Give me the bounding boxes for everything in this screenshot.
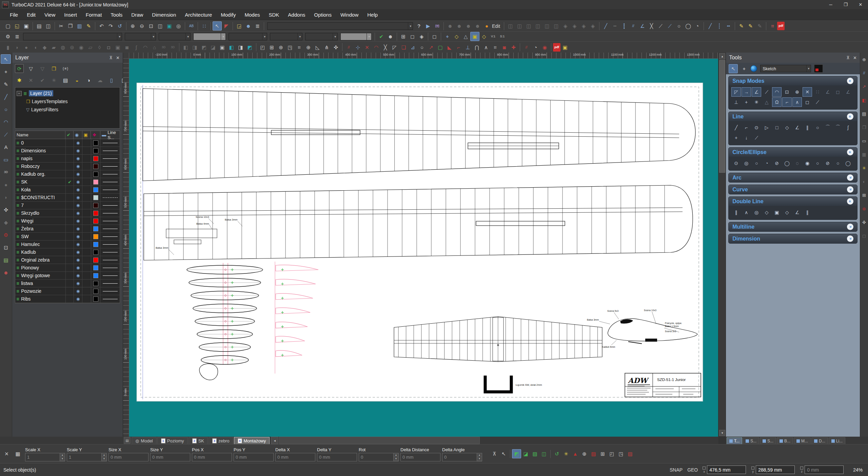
view-cube-2-icon[interactable]: ◫: [515, 21, 524, 31]
layer-linestyle-cell[interactable]: [100, 155, 120, 162]
layer-linestyle-cell[interactable]: [100, 170, 120, 178]
layer-lock-cell[interactable]: [82, 241, 91, 248]
layer-linestyle-cell[interactable]: [100, 295, 120, 303]
modify-stretch-icon[interactable]: ↗: [427, 43, 436, 52]
modify-node-icon[interactable]: ⊹: [353, 43, 362, 52]
layer-row[interactable]: ≣Orginal zebra◉: [15, 256, 120, 264]
spinner[interactable]: ▲▼: [393, 453, 398, 461]
grid-c-icon[interactable]: ◳: [616, 449, 626, 458]
tool-icon[interactable]: ◇: [782, 208, 792, 217]
section-header[interactable]: Multiline«: [729, 222, 857, 231]
layer-linestyle-cell[interactable]: [100, 256, 120, 264]
tab-scroll-left-icon[interactable]: ◂: [271, 437, 278, 444]
no-hatch-icon[interactable]: ▨: [626, 449, 635, 458]
view-cube-9-icon[interactable]: ◈: [579, 21, 588, 31]
vertical-ruler[interactable]: 800 mm700 mm600 mm500 mm400 mm300 mm200 …: [123, 58, 129, 437]
layer-color-cell[interactable]: [91, 272, 100, 279]
chevron-down-icon[interactable]: ▾: [262, 33, 267, 40]
workplane-facet-icon[interactable]: ◇: [452, 32, 461, 41]
column-lock-icon[interactable]: ▣: [82, 131, 91, 139]
layer-color-swatch[interactable]: [93, 218, 98, 224]
refresh-icon[interactable]: ⟳: [15, 64, 24, 73]
layer-linestyle-cell[interactable]: [100, 248, 120, 256]
layer-row[interactable]: ≣Koła◉: [15, 186, 120, 194]
lock-icon[interactable]: ⊼: [490, 449, 499, 458]
layer-linestyle-cell[interactable]: [100, 209, 120, 217]
layer-check-cell[interactable]: [66, 147, 74, 154]
grid-toggle-icon[interactable]: ⌗: [768, 21, 777, 31]
erase-icon[interactable]: ◤: [222, 21, 231, 31]
layer-check-cell[interactable]: [66, 139, 74, 147]
tool-icon[interactable]: ↓: [742, 133, 751, 142]
spin-up-icon[interactable]: ▲: [102, 453, 106, 457]
layer-lock-cell[interactable]: [82, 139, 91, 147]
brush-combobox[interactable]: ▾: [229, 33, 267, 40]
assemble-5-icon[interactable]: ⌗: [295, 43, 304, 52]
spin-up-icon[interactable]: ▲: [60, 453, 65, 457]
tool-icon[interactable]: ⟋: [762, 87, 771, 97]
drawing-area[interactable]: Sosna 10x3 Balsa 3mm Balsa 4mm Balsa 3mm: [123, 53, 718, 437]
layer-check-cell[interactable]: [66, 170, 74, 178]
tool-icon[interactable]: ◠: [772, 87, 782, 97]
solid-1-icon[interactable]: ▣: [113, 43, 122, 52]
layer-lock-cell[interactable]: [82, 264, 91, 271]
layer-visible-icon[interactable]: ◉: [74, 280, 83, 287]
workplane-by-entity-icon[interactable]: ▣: [470, 32, 479, 41]
cylinder-icon[interactable]: ●: [22, 43, 31, 52]
calculator-icon[interactable]: ▦: [13, 449, 22, 458]
pen-pattern-combobox[interactable]: ▾: [193, 33, 226, 40]
open-symbol-icon[interactable]: ◲: [235, 21, 244, 31]
layer-lock-cell[interactable]: [82, 209, 91, 217]
spin-down-icon[interactable]: ▼: [60, 457, 65, 461]
menu-modes[interactable]: Modes: [240, 12, 264, 18]
view-cube-3-icon[interactable]: ◫: [524, 21, 533, 31]
layer-visible-icon[interactable]: ◉: [74, 272, 83, 279]
stretch-arrow-icon[interactable]: ↗: [860, 82, 868, 91]
tool-icon[interactable]: ∠: [752, 87, 761, 97]
view-cube-5-icon[interactable]: ◫: [542, 21, 552, 31]
parallel-lines-icon[interactable]: //: [860, 69, 868, 77]
window-frame-icon[interactable]: ▭: [860, 137, 868, 145]
x-coord-field[interactable]: 476,5 mm: [707, 465, 746, 474]
tool-icon[interactable]: ◔: [762, 158, 771, 168]
close-button[interactable]: ✕: [853, 0, 868, 9]
zoom-in-icon[interactable]: ⊕: [128, 21, 137, 31]
layer-color-swatch[interactable]: [93, 234, 98, 239]
spinner[interactable]: ▲▼: [101, 453, 106, 461]
chevron-down-icon[interactable]: ▾: [297, 33, 302, 40]
tool-icon[interactable]: ⌒: [823, 123, 832, 132]
layer-lock-cell[interactable]: [82, 272, 91, 279]
field-input[interactable]: 1▲▼: [67, 453, 107, 461]
layer-name[interactable]: ≣$CONSTRUCTI: [15, 194, 66, 201]
paste-icon[interactable]: ▥: [75, 21, 84, 31]
zoom-full-view-icon[interactable]: ▣: [165, 21, 174, 31]
layer-check-cell[interactable]: [66, 295, 74, 303]
layer-visible-icon[interactable]: ◉: [74, 217, 83, 225]
clipboard-icon[interactable]: ▤: [860, 110, 868, 118]
account-3-icon[interactable]: ☻: [464, 21, 473, 31]
facet-edit-icon[interactable]: ▣: [218, 43, 227, 52]
spin-down-icon[interactable]: ▼: [477, 457, 482, 461]
solid-3-icon[interactable]: ∫: [132, 43, 141, 52]
layer-check-cell[interactable]: [66, 155, 74, 162]
column-name[interactable]: Name: [15, 131, 65, 139]
layer-check-cell[interactable]: [66, 272, 74, 279]
layer-visible-icon[interactable]: ◉: [74, 139, 83, 147]
publish-pdf-icon[interactable]: pdf: [777, 22, 785, 30]
layer-name[interactable]: ≣napis: [15, 155, 66, 162]
tool-icon[interactable]: ∥: [803, 123, 812, 132]
tool-icon[interactable]: ◎: [752, 208, 761, 217]
chevron-down-icon[interactable]: ▾: [185, 33, 190, 40]
pen-color-combobox[interactable]: ▾: [125, 33, 156, 40]
snap-vertical-icon[interactable]: ┋: [619, 21, 629, 31]
account-2-icon[interactable]: ☻: [455, 21, 464, 31]
filter-pick-icon[interactable]: ▽: [38, 64, 47, 73]
coil-icon[interactable]: ◍: [58, 43, 67, 52]
layer-linestyle-cell[interactable]: [100, 147, 120, 154]
layer-name[interactable]: ≣SK: [15, 178, 66, 186]
layer-check-cell[interactable]: [66, 217, 74, 225]
hide-all-icon[interactable]: ◑: [84, 76, 93, 84]
bool-slice-icon[interactable]: ◪: [209, 43, 218, 52]
tool-icon[interactable]: ∠: [792, 123, 802, 132]
layer-color-cell[interactable]: [91, 217, 100, 225]
